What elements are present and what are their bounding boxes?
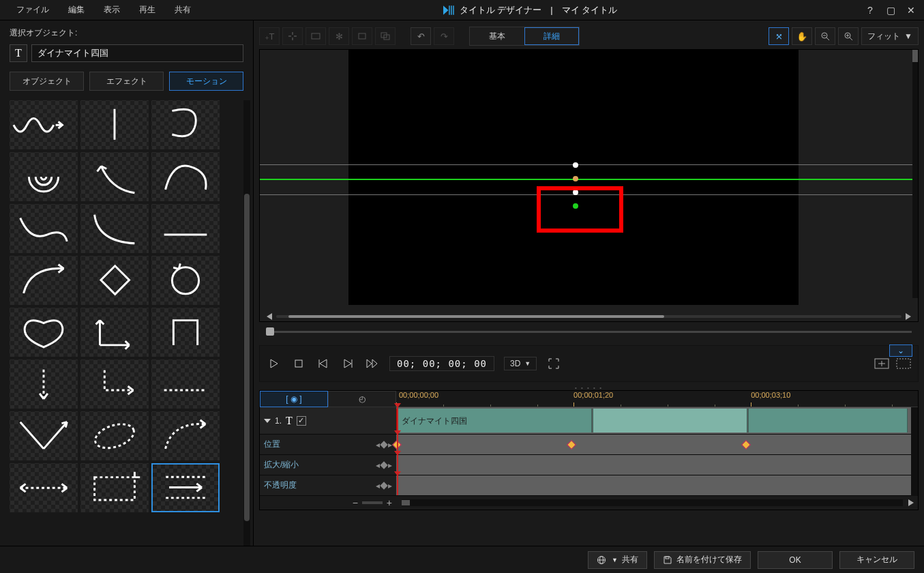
- timecode-display[interactable]: 00; 00; 00; 00: [389, 356, 494, 371]
- maximize-icon[interactable]: ▢: [880, 2, 901, 18]
- keyframe-track[interactable]: [396, 435, 911, 454]
- selected-object-field[interactable]: [31, 44, 243, 62]
- keyframe-track[interactable]: [396, 475, 911, 495]
- 3d-dropdown[interactable]: 3D▼: [504, 357, 537, 370]
- share-button[interactable]: ▼ 共有: [588, 551, 647, 569]
- scroll-right-icon[interactable]: [906, 313, 911, 320]
- prev-frame-icon[interactable]: [316, 356, 331, 371]
- timeline-clock-icon[interactable]: ◴: [328, 391, 396, 407]
- zoom-in-icon[interactable]: [838, 27, 859, 45]
- track-header-main[interactable]: 1. T ✓: [260, 407, 396, 434]
- tab-effect[interactable]: エフェクト: [89, 72, 164, 91]
- keyframe[interactable]: [567, 439, 576, 449]
- menu-file[interactable]: ファイル: [7, 0, 59, 20]
- tab-object[interactable]: オブジェクト: [10, 72, 84, 91]
- next-frame-icon[interactable]: [340, 356, 355, 371]
- motion-preset[interactable]: [10, 308, 78, 357]
- motion-preset[interactable]: [80, 411, 149, 460]
- mode-advanced[interactable]: 詳細: [524, 27, 579, 45]
- left-scrollbar[interactable]: [243, 100, 250, 568]
- panel-resize-grabber[interactable]: • • • • •: [575, 385, 603, 389]
- expand-toggle-icon[interactable]: [264, 419, 271, 423]
- save-as-button[interactable]: 名前を付けて保存: [654, 551, 751, 569]
- motion-preset[interactable]: [151, 152, 220, 201]
- close-icon[interactable]: ✕: [901, 2, 921, 18]
- motion-preset[interactable]: [80, 308, 149, 357]
- prop-header-position[interactable]: 位置 ◂▸: [260, 435, 396, 454]
- preview-stage[interactable]: [259, 49, 919, 322]
- prop-header-scale[interactable]: 拡大/縮小 ◂▸: [260, 455, 396, 475]
- motion-preset[interactable]: [151, 308, 220, 357]
- motion-preset[interactable]: [151, 100, 220, 149]
- help-icon[interactable]: ?: [860, 2, 880, 18]
- hand-tool-icon[interactable]: ✋: [792, 27, 812, 45]
- visibility-checkbox[interactable]: ✓: [297, 416, 306, 426]
- timeline-zoom-in[interactable]: +: [387, 497, 392, 508]
- ok-button[interactable]: OK: [758, 551, 833, 569]
- timeline-zoom-slider[interactable]: [362, 501, 383, 504]
- fast-forward-icon[interactable]: [365, 356, 380, 371]
- motion-preset[interactable]: [80, 463, 149, 512]
- add-text-icon[interactable]: ₊T: [259, 27, 280, 45]
- motion-preset[interactable]: [10, 100, 78, 149]
- clip-track[interactable]: ダイナマイト四国: [396, 407, 911, 434]
- add-bg-icon[interactable]: [375, 27, 396, 45]
- timeline-h-scrollbar[interactable]: [402, 499, 903, 506]
- motion-preset[interactable]: [80, 359, 149, 409]
- menu-play[interactable]: 再生: [130, 0, 165, 20]
- motion-preset[interactable]: [80, 256, 149, 305]
- add-particle-icon[interactable]: [282, 27, 303, 45]
- grid-icon[interactable]: [896, 356, 911, 371]
- motion-preset[interactable]: [80, 100, 149, 149]
- stop-icon[interactable]: [291, 356, 306, 371]
- motion-preset[interactable]: [80, 152, 149, 201]
- motion-preset[interactable]: [10, 359, 78, 409]
- scroll-left-icon[interactable]: [267, 313, 272, 320]
- path-node[interactable]: [573, 203, 578, 209]
- menu-view[interactable]: 表示: [94, 0, 130, 20]
- menu-edit[interactable]: 編集: [59, 0, 94, 20]
- keyframe-nav[interactable]: ◂▸: [376, 460, 392, 470]
- timeline-v-scrollbar[interactable]: [911, 407, 918, 496]
- motion-preset[interactable]: [10, 204, 78, 253]
- motion-path[interactable]: [260, 179, 912, 180]
- keyframe-track[interactable]: [396, 455, 911, 475]
- add-box-icon[interactable]: [352, 27, 372, 45]
- add-effect-icon[interactable]: ✻: [329, 27, 349, 45]
- motion-preset-selected[interactable]: [151, 463, 220, 512]
- mode-basic[interactable]: 基本: [470, 27, 524, 45]
- zoom-out-icon[interactable]: [815, 27, 835, 45]
- motion-preset[interactable]: [151, 204, 220, 253]
- play-icon[interactable]: [267, 356, 282, 371]
- preview-v-scrollbar[interactable]: [912, 50, 918, 298]
- motion-preset[interactable]: [151, 411, 220, 460]
- scroll-right-icon[interactable]: [908, 499, 914, 506]
- prop-header-opacity[interactable]: 不透明度 ◂▸: [260, 475, 396, 495]
- motion-preset[interactable]: [10, 411, 78, 460]
- timeline-ruler[interactable]: 00;00;00;00 00;00;01;20 00;00;03;10: [396, 391, 918, 407]
- add-image-icon[interactable]: [305, 27, 326, 45]
- keyframe-nav[interactable]: ◂▸: [376, 440, 392, 450]
- motion-preset[interactable]: [10, 152, 78, 201]
- path-node[interactable]: [573, 176, 578, 181]
- tab-motion[interactable]: モーション: [169, 72, 243, 91]
- keyframe[interactable]: [741, 439, 751, 449]
- preview-h-scrollbar[interactable]: [276, 315, 901, 318]
- move-tool-icon[interactable]: ⤧: [769, 27, 789, 45]
- zoom-fit-dropdown[interactable]: フィット▼: [861, 27, 919, 45]
- undo-icon[interactable]: ↶: [411, 27, 431, 45]
- path-node[interactable]: [573, 162, 578, 168]
- motion-preset[interactable]: [10, 256, 78, 305]
- timeline-zoom-out[interactable]: −: [353, 497, 358, 508]
- fullscreen-icon[interactable]: [546, 356, 561, 371]
- motion-preset[interactable]: [10, 463, 78, 512]
- safe-zone-icon[interactable]: [874, 356, 889, 371]
- motion-preset[interactable]: [151, 256, 220, 305]
- preview-zoom-slider[interactable]: [266, 331, 912, 333]
- redo-icon[interactable]: ↷: [434, 27, 454, 45]
- collapse-toggle[interactable]: ⌄: [889, 344, 912, 357]
- keyframe-nav[interactable]: ◂▸: [376, 481, 392, 490]
- motion-preset[interactable]: [151, 359, 220, 409]
- keyframe-mode-button[interactable]: [ ◉ ]: [260, 391, 328, 407]
- motion-preset[interactable]: [80, 204, 149, 253]
